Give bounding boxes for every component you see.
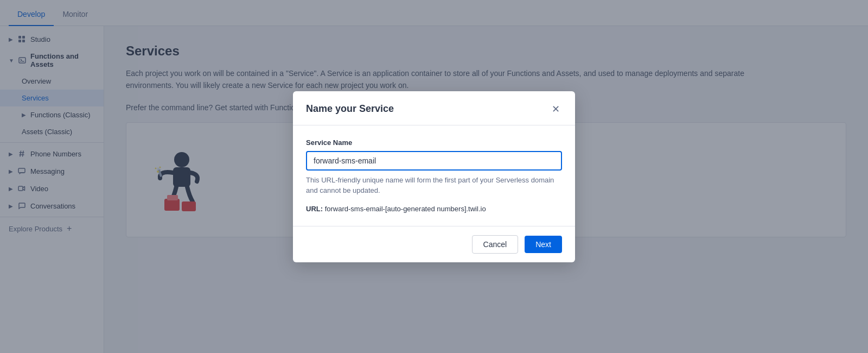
- cancel-button[interactable]: Cancel: [472, 235, 519, 254]
- modal-close-button[interactable]: ✕: [550, 102, 562, 116]
- modal: Name your Service ✕ Service Name This UR…: [293, 91, 575, 262]
- modal-footer: Cancel Next: [293, 226, 575, 262]
- service-name-label: Service Name: [306, 138, 562, 147]
- service-name-hint: This URL-friendly unique name will form …: [306, 175, 562, 196]
- service-url: URL: forward-sms-email-[auto-generated n…: [306, 205, 562, 213]
- modal-overlay: Name your Service ✕ Service Name This UR…: [104, 26, 868, 353]
- modal-header: Name your Service ✕: [293, 91, 575, 125]
- service-name-input[interactable]: [306, 151, 562, 171]
- main-content: Services Each project you work on will b…: [104, 26, 868, 353]
- next-button[interactable]: Next: [525, 236, 562, 253]
- modal-title: Name your Service: [306, 103, 394, 115]
- modal-body: Service Name This URL-friendly unique na…: [293, 125, 575, 226]
- layout: ▶ Studio ▼ Functions and Assets: [0, 26, 868, 353]
- url-value: forward-sms-email-[auto-generated number…: [325, 205, 486, 213]
- url-label: URL:: [306, 205, 323, 213]
